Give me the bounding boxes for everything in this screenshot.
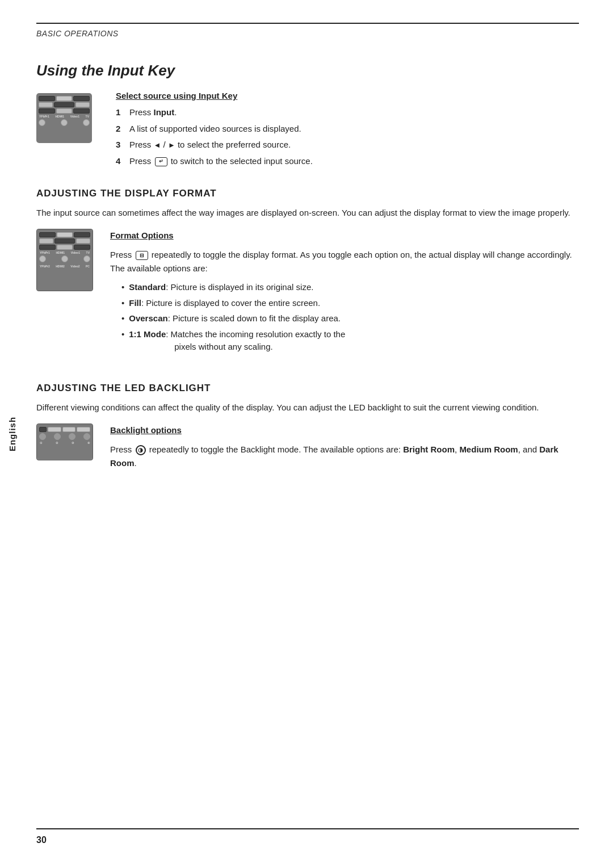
arrow-right-icon: ►	[168, 141, 175, 149]
bottom-section: 30	[36, 828, 579, 845]
backlight-intro: Different viewing conditions can affect …	[36, 401, 579, 414]
backlight-instructions: Backlight options Press ◑ repeatedly to …	[110, 423, 579, 470]
remote-circle-row	[39, 255, 90, 262]
backlight-remote-drawing: ① ② ③ ④	[37, 424, 93, 459]
bullet-11mode: 1:1 Mode: Matches the incoming resolutio…	[121, 328, 579, 354]
display-format-intro: The input source can sometimes affect th…	[36, 206, 579, 220]
backlight-title: ADJUSTING THE LED BACKLIGHT	[36, 383, 579, 394]
remote-btn	[57, 245, 73, 250]
bold-input: Input	[154, 107, 175, 117]
pixels-text: pixels without any scaling.	[174, 342, 272, 351]
remote-btn	[75, 102, 90, 107]
remote-btn	[48, 427, 61, 432]
remote-btn	[39, 102, 53, 107]
format-icon: ⊟	[136, 251, 148, 260]
display-format-title: ADJUSTING THE DISPLAY FORMAT	[36, 188, 579, 199]
remote-label: ④	[87, 441, 90, 445]
page-wrapper: English BASIC OPERATIONS Using the Input…	[0, 0, 613, 868]
remote-label-row: YPbPr1 HDMI1 Video1 TV	[39, 115, 90, 118]
remote-label: ①	[40, 441, 42, 445]
bullet-standard: Standard: Picture is displayed in its or…	[121, 281, 579, 294]
input-key-subtitle: Select source using Input Key	[116, 91, 579, 100]
remote-label: Video2	[70, 265, 79, 268]
remote-btn	[56, 108, 73, 114]
remote-drawing-1: YPbPr1 HDMI1 Video1 TV	[36, 93, 92, 143]
step-num: 3	[116, 139, 127, 152]
arrow-left-icon: ◄	[154, 141, 161, 149]
remote-label-row-2: YPbPr2 HDMI2 Video2 PC	[39, 265, 90, 268]
format-remote-drawing: YPbPr1 HDMI1 Video1 TV YPbPr2 HDM	[37, 229, 93, 291]
format-options-container: YPbPr1 HDMI1 Video1 TV YPbPr2 HDM	[36, 229, 579, 357]
bold-medium-room: Medium Room	[459, 445, 518, 454]
enter-icon: ↵	[155, 157, 167, 166]
step-num: 4	[116, 155, 127, 168]
remote-btn	[76, 238, 90, 244]
remote-btn	[74, 232, 90, 237]
format-subtitle: Format Options	[110, 229, 579, 242]
format-remote-image: YPbPr1 HDMI1 Video1 TV YPbPr2 HDM	[36, 229, 93, 291]
input-key-section: YPbPr1 HDMI1 Video1 TV Select source usi…	[36, 91, 579, 171]
remote-circle-btn	[61, 255, 68, 262]
remote-label-row: YPbPr1 HDMI1 Video1 TV	[39, 251, 90, 254]
page-title: Using the Input Key	[36, 62, 579, 79]
remote-label: YPbPr1	[39, 115, 49, 118]
remote-btn	[54, 238, 75, 244]
remote-btn	[73, 96, 90, 101]
step-num: 1	[116, 106, 127, 119]
remote-label: HDMI1	[56, 251, 65, 254]
remote-circle-btn	[39, 119, 45, 126]
remote-btn	[39, 245, 56, 250]
sidebar: English	[0, 0, 25, 868]
display-format-section: ADJUSTING THE DISPLAY FORMAT The input s…	[36, 188, 579, 366]
step-2: 2 A list of supported video sources is d…	[116, 123, 579, 136]
remote-circle-btn	[61, 119, 68, 126]
top-section: BASIC OPERATIONS	[36, 23, 579, 38]
remote-label: TV	[86, 251, 90, 254]
remote-btn	[73, 108, 90, 114]
backlight-section: ADJUSTING THE LED BACKLIGHT Different vi…	[36, 383, 579, 470]
remote-btn	[39, 427, 47, 432]
remote-circle-btn	[83, 255, 90, 262]
bold-fill: Fill	[129, 298, 141, 308]
remote-label: ③	[72, 441, 74, 445]
format-bullet-list: Standard: Picture is displayed in its or…	[121, 281, 579, 354]
step-4: 4 Press ↵ to switch to the selected inpu…	[116, 155, 579, 168]
backlight-description: Press ◑ repeatedly to toggle the Backlig…	[110, 443, 579, 470]
backlight-subtitle: Backlight options	[110, 423, 579, 437]
backlight-icon: ◑	[136, 445, 146, 455]
bold-bright-room: Bright Room	[403, 445, 455, 454]
remote-circle-btn	[39, 255, 46, 262]
remote-image-container: YPbPr1 HDMI1 Video1 TV	[36, 93, 99, 143]
remote-btn	[56, 96, 73, 101]
main-content: BASIC OPERATIONS Using the Input Key	[25, 0, 613, 868]
step-text: Press Input.	[129, 106, 177, 119]
step-num: 2	[116, 123, 127, 136]
remote-label: Video1	[70, 115, 79, 118]
remote-circle-btn	[69, 433, 75, 440]
remote-circle-btn	[39, 433, 46, 440]
remote-circle-row	[39, 433, 90, 440]
bold-overscan: Overscan	[129, 313, 167, 323]
remote-label: HDMI2	[56, 265, 65, 268]
bold-11mode: 1:1 Mode	[129, 329, 166, 339]
remote-label: HDMI1	[55, 115, 64, 118]
remote-btn	[39, 232, 56, 237]
remote-circle-btn	[54, 433, 61, 440]
remote-btn	[39, 108, 55, 114]
remote-btn	[77, 427, 90, 432]
remote-btn	[39, 96, 55, 101]
backlight-remote-image: ① ② ③ ④	[36, 423, 93, 460]
sidebar-language-label: English	[8, 417, 18, 451]
format-instructions: Format Options Press ⊟ repeatedly to tog…	[110, 229, 579, 357]
remote-label-row: ① ② ③ ④	[39, 441, 90, 445]
remote-btn	[74, 245, 90, 250]
page-number: 30	[36, 835, 47, 845]
remote-label: ②	[56, 441, 58, 445]
bullet-overscan: Overscan: Picture is scaled down to fit …	[121, 312, 579, 325]
step-text: Press ↵ to switch to the selected input …	[129, 155, 313, 168]
remote-label: YPbPr1	[40, 251, 50, 254]
step-3: 3 Press ◄ / ► to select the preferred so…	[116, 139, 579, 152]
step-1: 1 Press Input.	[116, 106, 579, 119]
backlight-container: ① ② ③ ④ Backlight options Press ◑ repeat…	[36, 423, 579, 470]
remote-label: PC	[86, 265, 90, 268]
